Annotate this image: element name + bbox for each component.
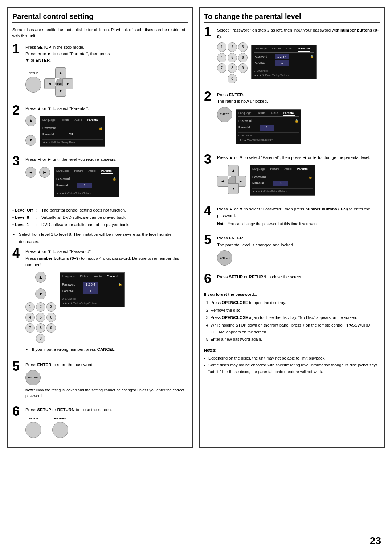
r-mr-par-s2: Parental 1 (238, 124, 299, 131)
left-step-4: 4 Press ▲ or ▼ to select "Password". Pre… (12, 248, 188, 356)
r-ml-pw-s1: Password (254, 54, 273, 59)
step-1-content: Press SETUP in the stop mode. Press ◄ or… (25, 44, 188, 100)
menu-val-password-dash: - - - - (64, 126, 78, 131)
step-1-line-1: Press SETUP in the stop mode. (25, 44, 188, 50)
step-2-controls: ▲ ▼ Language Picture Audio Parental Pass… (25, 114, 188, 149)
mh-hint-s4: 0–9/Cancel ◄►▲▼/Enter/Setup/Return (62, 296, 122, 305)
right-step-3: 3 Press ▲ or ▼ to select "Parental", the… (204, 154, 380, 200)
menu-audio-s3: Audio (89, 169, 96, 174)
r-step-1-controls: 1 2 3 4 5 6 7 8 9 0 Language (217, 42, 380, 83)
r-mh-lang: Language (254, 46, 267, 52)
r-step-number-6: 6 (204, 272, 214, 285)
hint-s3: ◄►▲▼/Enter/Setup/Return (56, 191, 117, 196)
step-3-line: Press ◄ or ► until the level you require… (25, 156, 188, 163)
level-off-desc: The parental control setting does not fu… (41, 207, 126, 214)
r-step-2-line-1: Press ENTER. (217, 91, 380, 98)
r-step-4-line: Press ▲ or ▼ to select "Password", then … (217, 206, 380, 219)
r-mr-par-s1: Parental 1 (254, 60, 314, 66)
r-mh-pic-s2: Picture (257, 111, 266, 116)
level-8-key: • Level 8 (12, 214, 34, 221)
r-step-number-3: 3 (204, 153, 214, 166)
up-s4: ▲ (35, 272, 46, 283)
num-4: 4 (25, 313, 35, 322)
r-step-1-line: Select "Password" on step 2 as left, the… (217, 27, 380, 40)
r-mv-dash-s2: - - - - (260, 118, 274, 124)
level-off-row: • Level Off : The parental control setti… (12, 207, 188, 214)
step-1-line-2: Press ◄ or ► to select "Parental", then … (25, 50, 188, 57)
return-footer: RETURN (52, 416, 68, 438)
dpad-left: ◄ (44, 78, 55, 89)
setup-footer: SETUP (25, 416, 41, 438)
level-1-sep: : (36, 221, 40, 229)
r-mr-pw-s2: Password - - - - 🔒 (238, 118, 299, 124)
step-2-line: Press ▲ or ▼ to select "Parental". (25, 105, 188, 112)
r-dpad-s3: ▲ ◄ ► ▼ (217, 165, 246, 194)
r-mhint-s1: 0–9/Cancel ◄►▲▼/Enter/Setup/Return (254, 68, 314, 78)
r-ml-par-s2: Parental (238, 125, 257, 130)
menu-audio: Audio (75, 118, 82, 123)
step-1-line-3: ▼ or ENTER. (25, 57, 188, 63)
r-mv-par-s3-val: 5 (273, 181, 288, 186)
note-2: Some discs may not be encoded with speci… (208, 362, 380, 375)
step-5-line: Press ENTER to store the password. (25, 361, 188, 368)
h1-s4: 0–9/Cancel (62, 297, 122, 301)
r-h1-s2: 0–9/Cancel (238, 134, 299, 138)
menu-row-parental-step3: Parental 1 (56, 182, 117, 189)
r-mh-par-s2: Parental (283, 111, 295, 116)
r-step-1-content: Select "Password" on step 2 as left, the… (217, 27, 380, 86)
forget-password-section: If you forget the password... Press OPEN… (204, 291, 380, 343)
r-h1-s1: 0–9/Cancel (254, 69, 314, 73)
return-footer-label: RETURN (54, 416, 66, 421)
notes-title: Notes: (204, 347, 380, 354)
mr-par-s4: Parental 1 (62, 288, 122, 295)
menu-val-parental-off: Off (64, 132, 78, 138)
menu-step4: Language Picture Audio Parental Password… (60, 272, 125, 307)
r-step-number-4: 4 (204, 204, 214, 217)
r-ml-lock-s1: 🔒 (310, 54, 314, 59)
menu-header-step3: Language Picture Audio Parental (56, 169, 117, 175)
r-dpad-up-s3: ▲ (228, 165, 239, 176)
r-ml-pw-s2: Password (238, 119, 257, 124)
r-step-5-content: Press ENTER. The parental level is chang… (217, 235, 380, 268)
forget-step-4: While holding STOP down on the front pan… (211, 322, 380, 335)
right-step-4: 4 Press ▲ or ▼ to select "Password", the… (204, 206, 380, 229)
level-1-key: • Level 1 (12, 221, 34, 229)
r-mh-s3: Language Picture Audio Parental (252, 167, 313, 173)
r-step-2-line-2: The rating is now unlocked. (217, 98, 380, 104)
r-num-7: 7 (217, 63, 226, 73)
numpad-s4: 1 2 3 4 5 6 7 8 9 0 (25, 302, 56, 343)
right-arrow-step3: ► (39, 167, 50, 178)
notes-section: Notes: Depending on the discs, the unit … (204, 347, 380, 375)
menu-step2: Language Picture Audio Parental Password… (40, 116, 105, 147)
num-5: 5 (36, 313, 45, 322)
intro-text: Some discs are specified as not suitable… (12, 27, 188, 40)
r-h2-s1: ◄►▲▼/Enter/Setup/Return (254, 73, 314, 78)
note-1: Depending on the discs, the unit may not… (208, 355, 380, 362)
r-num-2: 2 (228, 42, 237, 52)
mv-1234-s4: 1 2 3 4 (83, 282, 98, 288)
mr-pw-s4: Password 1 2 3 4 🔒 (62, 282, 122, 288)
r-dpad-left-s3: ◄ (217, 176, 228, 187)
menu-lang-s3: Language (56, 169, 69, 174)
r-step-3-line: Press ▲ or ▼ to select "Parental", then … (217, 154, 380, 161)
r-mr-pw-s3: Password - - - - 🔒 (252, 174, 313, 181)
select-note: Select from level 1 to level 8. The limi… (16, 231, 188, 245)
enter-btn-wrap-s5: ENTER (25, 370, 188, 385)
level-1-row: • Level 1 : DVD software for adults cann… (12, 221, 188, 229)
menu-lock-step2: 🔒 (99, 126, 103, 131)
r-step-2-controls: ENTER Language Picture Audio Parental Pa… (217, 107, 380, 146)
menu-label-par-s3: Parental (56, 183, 75, 188)
footer-buttons-left: SETUP RETURN (25, 416, 188, 438)
menu-hint-s3: ◄►▲▼/Enter/Setup/Return (56, 190, 117, 196)
level-1-desc: DVD software for adults cannot be played… (41, 221, 130, 229)
menu-step3: Language Picture Audio Parental Password… (54, 167, 119, 197)
step-4-line-1: Press ▲ or ▼ to select "Password". (25, 248, 188, 255)
menu-parental-s3: Parental (101, 169, 113, 174)
r-step-6-content: Press SETUP or RETURN to close the scree… (217, 274, 380, 280)
r-note-s4: Note: You can change the password at thi… (217, 221, 380, 227)
r-num-6: 6 (238, 53, 248, 62)
menu-hint-step2: ◄►▲▼/Enter/Setup/Return (42, 139, 103, 145)
up-arrow-step2: ▲ (25, 115, 36, 126)
r-ml-par-s1: Parental (254, 61, 273, 66)
num-empty (25, 334, 35, 343)
